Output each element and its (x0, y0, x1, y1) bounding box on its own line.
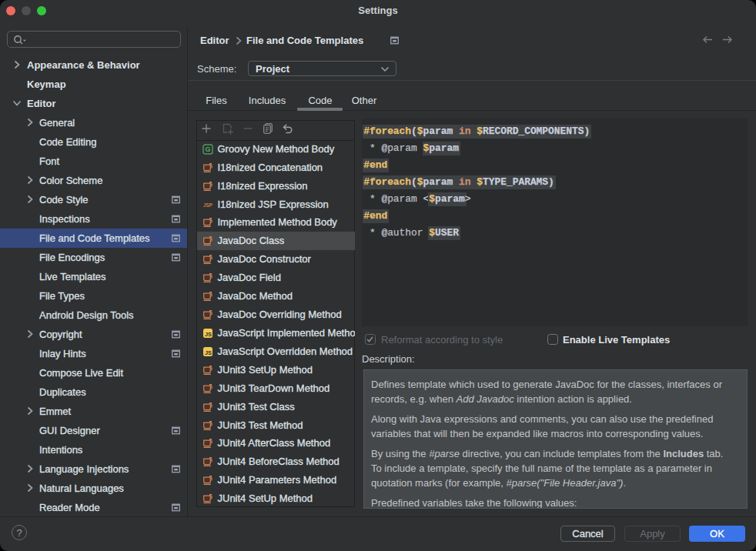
svg-text:JS: JS (205, 331, 212, 338)
svg-text:JS: JS (205, 349, 212, 356)
svg-text:G: G (205, 145, 210, 153)
svg-text:JSP: JSP (203, 202, 213, 207)
